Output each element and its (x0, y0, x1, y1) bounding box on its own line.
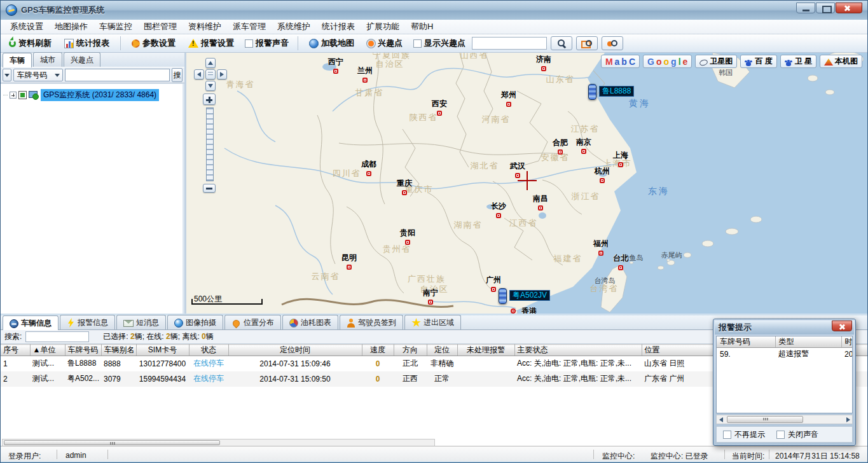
mute-checkbox[interactable] (776, 431, 785, 439)
alarm-row[interactable]: 59.超速报警20 (717, 348, 853, 361)
no-more-prompt-option[interactable]: 不再提示 (723, 429, 765, 440)
column-header[interactable]: 状态 (189, 345, 228, 356)
local-map-button[interactable]: 本机图 (820, 55, 862, 68)
bottom-tab-3[interactable]: 短消息 (116, 315, 166, 329)
zoom-out-button[interactable] (203, 184, 216, 193)
menu-item-8[interactable]: 统计报表 (316, 20, 361, 34)
alarm-cell: 超速报警 (775, 348, 841, 361)
table-search-input[interactable] (25, 331, 89, 342)
menu-item-1[interactable]: 系统设置 (4, 20, 49, 34)
vehicle-marker[interactable] (499, 288, 507, 304)
popup-column-header[interactable]: 时 (841, 336, 853, 348)
menu-item-7[interactable]: 系统维护 (272, 20, 316, 34)
popup-column-header[interactable]: 类型 (775, 336, 841, 348)
popup-close-button[interactable] (832, 321, 852, 331)
tree-root-label[interactable]: GPS监控系统 (2031/ 2833/ 4864) (41, 89, 159, 101)
left-tab-2[interactable]: 城市 (33, 52, 62, 67)
plate-search-input[interactable] (65, 69, 170, 81)
baidu-satellite-button[interactable]: 卫 星 (780, 55, 816, 68)
layers-icon (208, 72, 213, 77)
report-button[interactable]: 统计报表 (60, 36, 114, 51)
bottom-tab-5[interactable]: 位置分布 (224, 315, 281, 329)
column-header[interactable]: 定位时间 (228, 345, 362, 356)
table-cell: 2014-07-31 15:09:46 (228, 356, 362, 371)
poi-button[interactable]: 兴趣点 (362, 36, 407, 51)
alarm-table[interactable]: 车牌号码类型时59.超速报警20 (717, 336, 853, 361)
column-header[interactable]: 序号 (1, 345, 30, 356)
left-tab-3[interactable]: 兴趣点 (64, 52, 100, 67)
filter-mini-combo[interactable] (3, 69, 11, 81)
vehicle-marker[interactable] (588, 84, 596, 100)
app-window: GPS车辆监控管理系统 系统设置地图操作车辆监控围栏管理资料维护派车管理系统维护… (0, 0, 868, 463)
google-button[interactable]: Google (643, 55, 692, 68)
left-panel: 车辆城市兴趣点 车牌号码 搜 GPS监控系统 (2031/ 2833/ 4864… (1, 53, 186, 314)
column-header[interactable]: 主要状态 (514, 345, 642, 356)
menu-item-2[interactable]: 地图操作 (49, 20, 93, 34)
map-area[interactable]: 青海省甘肃省宁夏回族自治区山西省山东省陕西省河南省江苏省安徽省四川省重庆市湖北省… (186, 53, 868, 314)
scroll-left-arrow-icon[interactable] (717, 415, 725, 424)
satellite-map-button[interactable]: 卫星图 (695, 55, 737, 68)
popup-hscrollbar[interactable] (716, 415, 853, 424)
minimize-button[interactable] (796, 3, 815, 13)
tree-checkbox[interactable] (18, 91, 27, 99)
close-button[interactable] (836, 3, 862, 13)
scroll-right-arrow-icon[interactable] (844, 415, 852, 424)
column-header[interactable]: 未处理报警 (457, 345, 514, 356)
popup-column-header[interactable]: 车牌号码 (717, 336, 775, 348)
pan-up-button[interactable] (205, 58, 216, 68)
baidu-map-button[interactable]: 百 度 (740, 55, 776, 68)
column-header[interactable]: SIM卡号 (136, 345, 189, 356)
alarm-settings-button[interactable]: 报警设置 (184, 36, 238, 51)
bottom-tab-8[interactable]: 进出区域 (404, 315, 461, 329)
refresh-button[interactable]: 资料刷新 (4, 36, 56, 51)
column-header[interactable]: 车辆别名 (101, 345, 136, 356)
scrollbar-thumb[interactable] (727, 416, 803, 423)
column-header[interactable]: 速度 (362, 345, 394, 356)
pan-right-button[interactable] (217, 69, 227, 79)
tree-search-button[interactable]: 搜 (172, 68, 183, 82)
bottom-tab-2[interactable]: 报警信息 (60, 315, 115, 329)
menu-item-6[interactable]: 派车管理 (227, 20, 272, 34)
menu-item-5[interactable]: 资料维护 (183, 20, 227, 34)
pan-down-button[interactable] (205, 81, 216, 91)
zoom-in-button[interactable] (203, 93, 216, 105)
toolbar-separator (298, 36, 298, 50)
zoom-slider[interactable] (206, 107, 214, 181)
bottom-tab-6[interactable]: 油耗图表 (282, 315, 338, 329)
column-header[interactable]: ▲单位 (30, 345, 65, 356)
dot-search-button[interactable] (602, 36, 623, 50)
params-button[interactable]: 参数设置 (127, 36, 180, 51)
alarm-sound-checkbox[interactable] (245, 39, 253, 48)
menu-item-9[interactable]: 扩展功能 (361, 20, 405, 34)
maximize-button[interactable] (816, 3, 835, 13)
menu-item-3[interactable]: 车辆监控 (93, 20, 138, 34)
menu-item-10[interactable]: 帮助H (405, 20, 439, 34)
no-more-prompt-checkbox[interactable] (723, 431, 731, 439)
bottom-tab-4[interactable]: 图像拍摄 (167, 315, 223, 329)
column-header[interactable]: 车牌号码 (65, 345, 101, 356)
column-header[interactable]: 方向 (394, 345, 427, 356)
show-poi-checkbox[interactable] (413, 39, 422, 48)
mapabc-button[interactable]: MabC (601, 55, 640, 68)
rect-search-button[interactable] (576, 36, 598, 50)
vehicle-plate-label[interactable]: 鲁L8888 (599, 86, 634, 97)
bottom-tab-7[interactable]: 驾驶员签到 (340, 315, 403, 329)
search-button[interactable] (551, 36, 572, 50)
vehicle-plate-label[interactable]: 粤A502JV (509, 290, 550, 301)
toolbar-search-input[interactable] (472, 37, 547, 50)
login-user-label: 登录用户: (8, 451, 41, 462)
load-map-button[interactable]: 加载地图 (305, 36, 359, 51)
alarm-sound-checkbox[interactable]: 报警声音 (242, 38, 291, 49)
mute-option[interactable]: 关闭声音 (776, 429, 818, 440)
monitor-center-value: 监控中心: 已登录 (651, 451, 708, 462)
tree-expand-icon[interactable] (10, 92, 17, 99)
menu-item-4[interactable]: 围栏管理 (138, 20, 183, 34)
bottom-tab-1[interactable]: 车辆信息 (3, 315, 59, 330)
show-poi-checkbox[interactable]: 显示兴趣点 (411, 38, 468, 49)
pan-left-button[interactable] (194, 69, 204, 79)
left-tab-1[interactable]: 车辆 (3, 53, 32, 67)
pan-center-button[interactable] (205, 69, 216, 79)
scrollbar-thumb[interactable] (4, 440, 220, 445)
column-header[interactable]: 定位 (427, 345, 457, 356)
filter-type-combo[interactable]: 车牌号码 (13, 69, 63, 81)
